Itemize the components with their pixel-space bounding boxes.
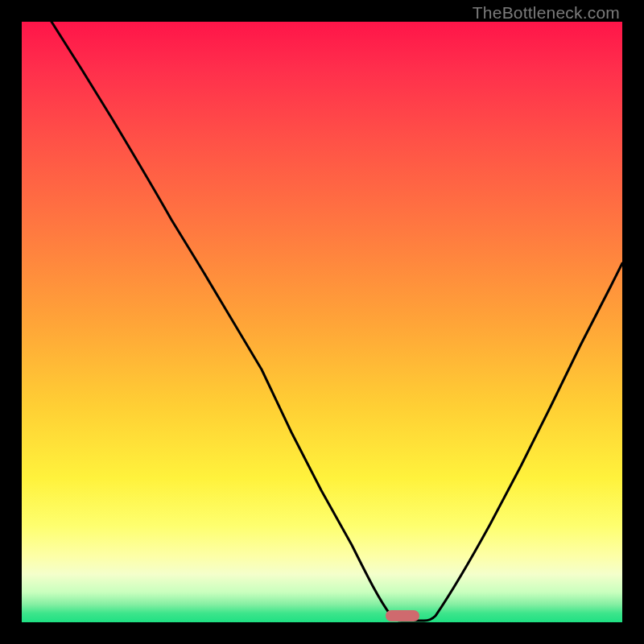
watermark-text: TheBottleneck.com [473, 3, 620, 23]
bottleneck-curve [22, 22, 622, 622]
optimal-marker [386, 610, 419, 621]
curve-path [52, 22, 622, 621]
chart-frame: TheBottleneck.com [0, 0, 644, 644]
